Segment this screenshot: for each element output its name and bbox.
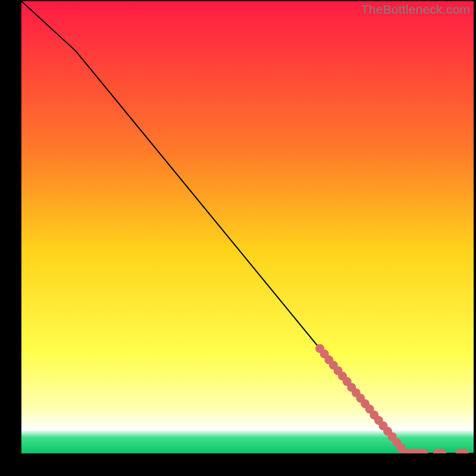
chart-frame: TheBottleneck.com xyxy=(21,1,474,453)
chart-plot xyxy=(21,1,474,453)
chart-background xyxy=(21,1,474,453)
watermark-text: TheBottleneck.com xyxy=(361,2,470,17)
